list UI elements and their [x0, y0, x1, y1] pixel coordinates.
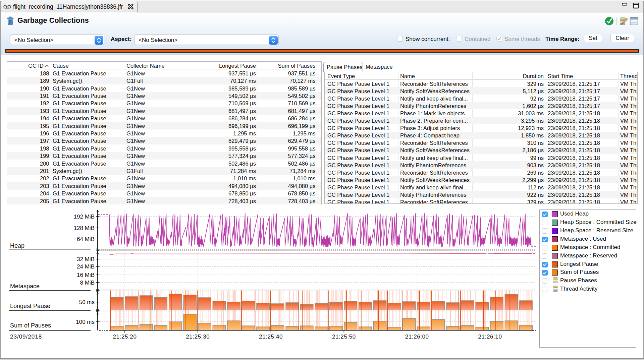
svg-text:24 MiB: 24 MiB	[77, 263, 95, 270]
svg-text:23/09/2018: 23/09/2018	[10, 334, 42, 340]
svg-text:8 MiB: 8 MiB	[80, 280, 95, 286]
svg-text:100 ms: 100 ms	[76, 319, 95, 325]
svg-text:32 MiB: 32 MiB	[77, 256, 95, 262]
svg-text:21:25:40: 21:25:40	[259, 334, 283, 340]
svg-text:Metaspace: Metaspace	[10, 283, 40, 290]
svg-text:192 MiB: 192 MiB	[74, 214, 95, 220]
svg-text:21:26:10: 21:26:10	[478, 334, 502, 340]
svg-text:Heap: Heap	[10, 242, 24, 249]
svg-text:50 ms: 50 ms	[79, 299, 95, 305]
svg-text:21:26:00: 21:26:00	[405, 334, 429, 340]
svg-text:16 MiB: 16 MiB	[77, 272, 95, 278]
svg-text:21:25:30: 21:25:30	[186, 334, 210, 340]
svg-text:128 MiB: 128 MiB	[74, 225, 95, 231]
svg-text:64 MiB: 64 MiB	[77, 236, 95, 242]
svg-text:Sum of Pauses: Sum of Pauses	[10, 322, 51, 329]
svg-text:21:25:20: 21:25:20	[113, 334, 137, 340]
svg-text:21:25:50: 21:25:50	[332, 334, 356, 340]
svg-text:Longest Pause: Longest Pause	[10, 303, 50, 309]
